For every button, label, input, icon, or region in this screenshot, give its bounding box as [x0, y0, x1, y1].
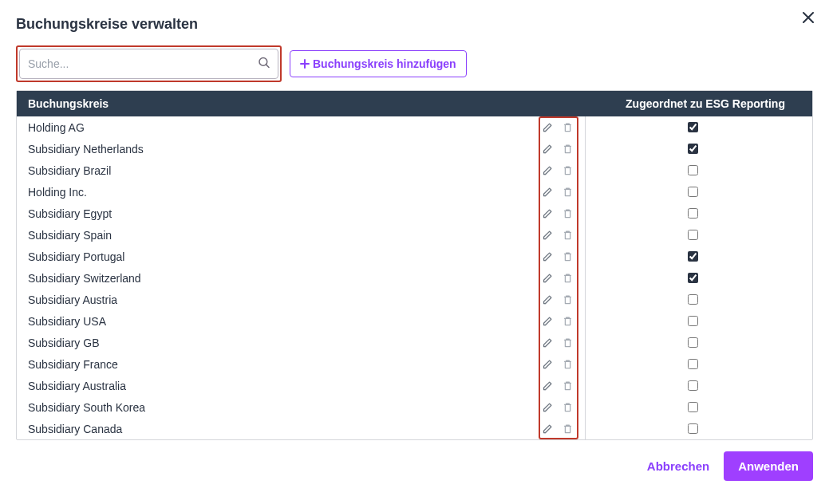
edit-icon[interactable]: [542, 423, 554, 435]
table-row: Subsidiary Canada: [17, 418, 585, 439]
table-row: Holding Inc.: [17, 181, 585, 203]
assigned-checkbox[interactable]: [688, 122, 698, 132]
assigned-checkbox[interactable]: [688, 251, 698, 262]
delete-icon[interactable]: [562, 380, 574, 392]
search-input[interactable]: [28, 57, 251, 70]
edit-icon[interactable]: [542, 250, 554, 262]
assigned-checkbox[interactable]: [688, 380, 698, 391]
company-code-name: Subsidiary Netherlands: [28, 143, 542, 156]
edit-icon[interactable]: [542, 293, 554, 305]
search-highlight-box: [16, 45, 282, 82]
add-company-code-button[interactable]: Buchungskreis hinzufügen: [290, 50, 467, 77]
table-row-assigned: [586, 246, 799, 267]
edit-icon[interactable]: [542, 337, 554, 348]
table-row: Holding AG: [17, 116, 585, 138]
table-row: Subsidiary Egypt: [17, 203, 585, 224]
delete-icon[interactable]: [562, 164, 574, 176]
close-button[interactable]: [799, 8, 818, 27]
edit-icon[interactable]: [542, 401, 554, 413]
company-code-name: Holding AG: [28, 121, 542, 134]
company-code-name: Subsidiary Portugal: [28, 250, 542, 263]
close-icon: [802, 11, 815, 24]
table-row: Subsidiary France: [17, 353, 585, 375]
company-code-name: Subsidiary Canada: [28, 423, 542, 435]
company-code-name: Subsidiary France: [28, 358, 542, 371]
assigned-checkbox[interactable]: [688, 230, 698, 240]
table-row-assigned: [586, 159, 799, 181]
company-code-name: Subsidiary Egypt: [28, 207, 542, 220]
table-row: Subsidiary Switzerland: [17, 267, 585, 289]
delete-icon[interactable]: [562, 423, 574, 435]
edit-icon[interactable]: [542, 358, 554, 370]
assigned-checkbox[interactable]: [688, 337, 698, 348]
table-row: Subsidiary South Korea: [17, 396, 585, 418]
delete-icon[interactable]: [562, 186, 574, 198]
delete-icon[interactable]: [562, 207, 574, 219]
assigned-checkbox[interactable]: [688, 208, 698, 219]
table-scrollbar[interactable]: [799, 116, 812, 439]
edit-icon[interactable]: [542, 143, 554, 155]
table-row-assigned: [586, 353, 799, 375]
table-row: Subsidiary GB: [17, 332, 585, 353]
company-code-name: Subsidiary South Korea: [28, 401, 542, 414]
column-header-name: Buchungskreis: [17, 91, 598, 116]
table-row: Subsidiary Netherlands: [17, 138, 585, 159]
table-row-assigned: [586, 224, 799, 246]
table-row: Subsidiary Brazil: [17, 159, 585, 181]
table-row: Subsidiary USA: [17, 310, 585, 332]
delete-icon[interactable]: [562, 143, 574, 155]
company-code-name: Subsidiary Australia: [28, 380, 542, 392]
table-row-assigned: [586, 203, 799, 224]
delete-icon[interactable]: [562, 121, 574, 133]
table-body-names: Holding AGSubsidiary NetherlandsSubsidia…: [17, 116, 586, 439]
assigned-checkbox[interactable]: [688, 294, 698, 305]
assigned-checkbox[interactable]: [688, 423, 698, 434]
delete-icon[interactable]: [562, 250, 574, 262]
table-row-assigned: [586, 289, 799, 310]
assigned-checkbox[interactable]: [688, 359, 698, 369]
modal-footer: Abbrechen Anwenden: [0, 440, 829, 492]
cancel-button[interactable]: Abbrechen: [642, 451, 714, 481]
table-row-assigned: [586, 138, 799, 159]
table-row: Subsidiary Portugal: [17, 246, 585, 267]
table-body-assigned: [586, 116, 799, 439]
edit-icon[interactable]: [542, 207, 554, 219]
delete-icon[interactable]: [562, 293, 574, 305]
table-row: Subsidiary Spain: [17, 224, 585, 246]
delete-icon[interactable]: [562, 229, 574, 241]
table-row-assigned: [586, 418, 799, 439]
table-row-assigned: [586, 181, 799, 203]
assigned-checkbox[interactable]: [688, 402, 698, 412]
search-icon: [257, 56, 271, 73]
plus-icon: [300, 59, 310, 69]
company-codes-table: Buchungskreis Zugeordnet zu ESG Reportin…: [16, 90, 813, 440]
edit-icon[interactable]: [542, 121, 554, 133]
edit-icon[interactable]: [542, 380, 554, 392]
table-row-assigned: [586, 396, 799, 418]
delete-icon[interactable]: [562, 315, 574, 327]
manage-company-codes-modal: Buchungskreise verwalten Buchungskreis h…: [0, 0, 829, 504]
table-row-assigned: [586, 116, 799, 138]
assigned-checkbox[interactable]: [688, 144, 698, 154]
assigned-checkbox[interactable]: [688, 165, 698, 175]
delete-icon[interactable]: [562, 401, 574, 413]
column-header-assigned: Zugeordnet zu ESG Reporting: [598, 91, 812, 116]
modal-title: Buchungskreise verwalten: [16, 16, 813, 33]
assigned-checkbox[interactable]: [688, 316, 698, 326]
assigned-checkbox[interactable]: [688, 273, 698, 283]
company-code-name: Subsidiary Austria: [28, 293, 542, 306]
delete-icon[interactable]: [562, 337, 574, 348]
edit-icon[interactable]: [542, 186, 554, 198]
assigned-checkbox[interactable]: [688, 187, 698, 197]
apply-button[interactable]: Anwenden: [724, 451, 813, 481]
delete-icon[interactable]: [562, 358, 574, 370]
table-row-assigned: [586, 267, 799, 289]
company-code-name: Subsidiary GB: [28, 337, 542, 349]
edit-icon[interactable]: [542, 272, 554, 284]
edit-icon[interactable]: [542, 229, 554, 241]
delete-icon[interactable]: [562, 272, 574, 284]
table-row: Subsidiary Australia: [17, 375, 585, 396]
edit-icon[interactable]: [542, 164, 554, 176]
edit-icon[interactable]: [542, 315, 554, 327]
add-button-label: Buchungskreis hinzufügen: [313, 57, 456, 70]
